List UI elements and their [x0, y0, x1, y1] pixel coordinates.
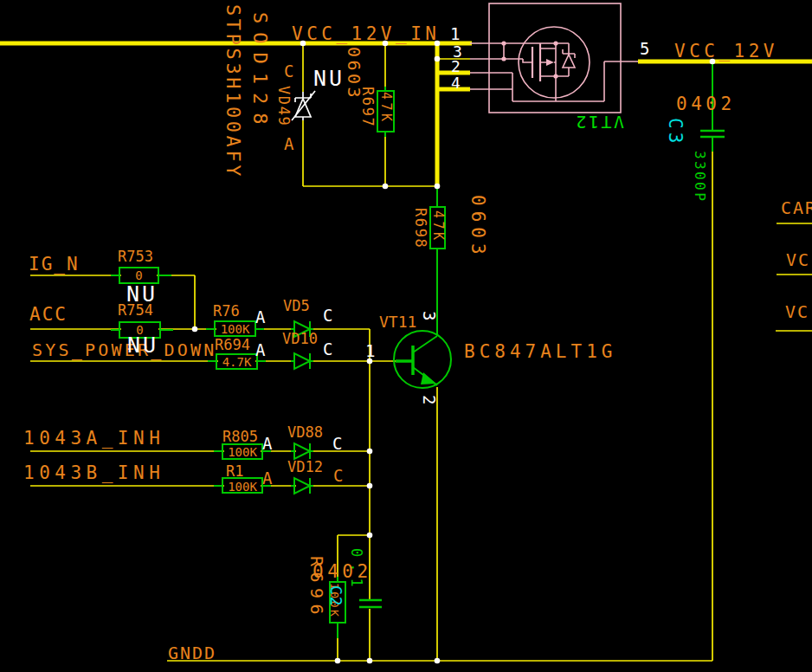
diode-vd49[interactable]	[292, 91, 315, 120]
net-label-vcc-12v[interactable]: VCC_12V	[674, 42, 778, 61]
pin5-vt12: 5	[640, 41, 649, 57]
net-label-1043a-inh[interactable]: 1043A_INH	[23, 430, 164, 448]
nu-note-r753: NU	[126, 283, 158, 305]
net-label-vcc-12v-in[interactable]: VCC_12V_IN	[292, 25, 440, 43]
refdes-vd49[interactable]: VD49	[276, 86, 291, 126]
pin-c-vd49: C	[284, 63, 293, 80]
nu-note-vd49: NU	[313, 68, 345, 89]
net-label-gndd[interactable]: GNDD	[168, 644, 216, 662]
diode-vd88[interactable]	[291, 443, 313, 459]
value-r694: 4.7K	[216, 356, 257, 368]
schematic-canvas: VCC_12V_IN VCC_12V IG_N ACC SYS_POWER_DO…	[0, 0, 812, 672]
pin1-vt11: 1	[365, 343, 375, 359]
package-vd49[interactable]: SOD128	[250, 12, 269, 132]
capacitor-c2[interactable]	[359, 600, 382, 607]
resistor-leads	[111, 87, 437, 638]
pin-a-vd5: A	[255, 309, 265, 326]
junction-dots	[192, 41, 716, 664]
vt12-arrow	[546, 59, 554, 66]
refdes-r698[interactable]: R698	[413, 208, 428, 249]
vt12-body-diode	[556, 55, 575, 76]
net-label-1043b-inh[interactable]: 1043B_INH	[23, 464, 164, 482]
value-c3: 3300P	[693, 151, 706, 203]
refdes-r1[interactable]: R1	[226, 464, 243, 479]
pin1-vt12: 1	[450, 26, 460, 42]
refdes-r76[interactable]: R76	[213, 304, 240, 319]
pin2-vt11: 2	[421, 395, 437, 404]
diode-vd12[interactable]	[291, 478, 313, 494]
net-label-edge2[interactable]: VC	[786, 251, 810, 268]
value-r698: 47K	[431, 210, 444, 243]
part-vt11[interactable]: BC847ALT1G	[464, 343, 616, 361]
pin-c-vd10: C	[323, 341, 332, 358]
vt12-body[interactable]	[489, 3, 621, 113]
pin4-vt12: 4	[451, 75, 461, 91]
net-label-edge3[interactable]: VC	[785, 303, 809, 320]
diode-vd10[interactable]	[291, 353, 313, 369]
package-c2: 0402	[313, 563, 372, 581]
transistor-vt11[interactable]	[394, 331, 451, 388]
net-label-ig-n[interactable]: IG_N	[29, 255, 80, 274]
pin-c-vd12: C	[333, 468, 343, 484]
pin-c-vd5: C	[323, 307, 332, 324]
pin-c-vd88: C	[332, 436, 342, 452]
pin-a-vd10: A	[255, 342, 265, 359]
pin2-vt12: 2	[451, 59, 461, 74]
value-r697: 47K	[379, 92, 392, 125]
refdes-vt11[interactable]: VT11	[379, 314, 416, 330]
refdes-vd5[interactable]: VD5	[283, 299, 310, 313]
refdes-vt12[interactable]: VT12	[572, 113, 626, 131]
refdes-r694[interactable]: R694	[215, 338, 250, 352]
refdes-vd10[interactable]: VD10	[282, 332, 318, 346]
net-label-sys-power-down[interactable]: SYS_POWER_DOWN	[32, 341, 216, 359]
refdes-vd88[interactable]: VD88	[287, 425, 323, 440]
package-r698: 0603	[468, 195, 487, 260]
value-r753: 0	[119, 269, 158, 281]
refdes-c2[interactable]: C2	[328, 585, 344, 608]
net-label-acc[interactable]: ACC	[29, 306, 68, 324]
emitter-arrow	[421, 372, 436, 384]
package-c3: 0402	[676, 95, 736, 113]
value-r805: 100K	[222, 446, 262, 458]
refdes-r805[interactable]: R805	[222, 430, 258, 444]
mosfet-vt12[interactable]	[470, 3, 638, 113]
part-vd49[interactable]: STPS3H100AFY	[223, 4, 242, 179]
net-label-edge1[interactable]: CAR	[781, 199, 812, 216]
value-r1: 100K	[222, 481, 262, 493]
pin-a-vd88: A	[262, 436, 272, 452]
vt12-body-diode-bar	[556, 43, 575, 58]
nu-note-r754: NU	[127, 334, 158, 356]
power-bus-wires[interactable]	[0, 43, 812, 185]
refdes-c3[interactable]: C3	[666, 118, 684, 146]
refdes-r753[interactable]: R753	[118, 249, 153, 264]
refdes-vd12[interactable]: VD12	[287, 460, 323, 475]
vt12-pin-stubs	[470, 43, 638, 89]
pin-a-vd49: A	[284, 136, 293, 152]
pin-a-vd12: A	[262, 470, 272, 487]
pin3-vt11: 3	[421, 311, 437, 320]
vt12-gate-channel	[532, 43, 540, 81]
value-r76: 100K	[215, 323, 255, 335]
refdes-r697[interactable]: R697	[360, 87, 375, 127]
